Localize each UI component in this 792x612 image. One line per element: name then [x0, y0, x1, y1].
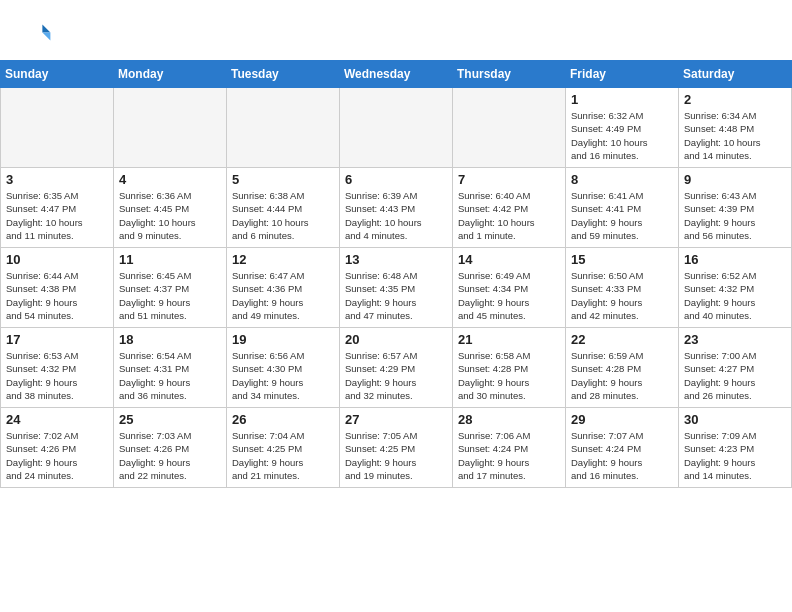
day-info: Sunrise: 6:52 AM Sunset: 4:32 PM Dayligh… [684, 269, 786, 322]
calendar-header-row: SundayMondayTuesdayWednesdayThursdayFrid… [1, 61, 792, 88]
day-info: Sunrise: 6:57 AM Sunset: 4:29 PM Dayligh… [345, 349, 447, 402]
day-info: Sunrise: 7:02 AM Sunset: 4:26 PM Dayligh… [6, 429, 108, 482]
day-info: Sunrise: 6:45 AM Sunset: 4:37 PM Dayligh… [119, 269, 221, 322]
day-number: 22 [571, 332, 673, 347]
header [0, 0, 792, 60]
calendar-cell: 2Sunrise: 6:34 AM Sunset: 4:48 PM Daylig… [679, 88, 792, 168]
calendar-cell: 5Sunrise: 6:38 AM Sunset: 4:44 PM Daylig… [227, 168, 340, 248]
calendar-cell: 23Sunrise: 7:00 AM Sunset: 4:27 PM Dayli… [679, 328, 792, 408]
calendar-cell: 26Sunrise: 7:04 AM Sunset: 4:25 PM Dayli… [227, 408, 340, 488]
calendar-header-monday: Monday [114, 61, 227, 88]
day-info: Sunrise: 6:53 AM Sunset: 4:32 PM Dayligh… [6, 349, 108, 402]
day-number: 2 [684, 92, 786, 107]
day-info: Sunrise: 6:32 AM Sunset: 4:49 PM Dayligh… [571, 109, 673, 162]
day-info: Sunrise: 6:59 AM Sunset: 4:28 PM Dayligh… [571, 349, 673, 402]
calendar-cell: 9Sunrise: 6:43 AM Sunset: 4:39 PM Daylig… [679, 168, 792, 248]
day-info: Sunrise: 6:56 AM Sunset: 4:30 PM Dayligh… [232, 349, 334, 402]
day-number: 13 [345, 252, 447, 267]
day-number: 26 [232, 412, 334, 427]
calendar-cell [453, 88, 566, 168]
day-info: Sunrise: 6:58 AM Sunset: 4:28 PM Dayligh… [458, 349, 560, 402]
day-info: Sunrise: 7:09 AM Sunset: 4:23 PM Dayligh… [684, 429, 786, 482]
day-number: 21 [458, 332, 560, 347]
calendar-header-tuesday: Tuesday [227, 61, 340, 88]
calendar-cell: 21Sunrise: 6:58 AM Sunset: 4:28 PM Dayli… [453, 328, 566, 408]
day-info: Sunrise: 7:06 AM Sunset: 4:24 PM Dayligh… [458, 429, 560, 482]
calendar-week-row: 1Sunrise: 6:32 AM Sunset: 4:49 PM Daylig… [1, 88, 792, 168]
day-number: 15 [571, 252, 673, 267]
day-number: 23 [684, 332, 786, 347]
calendar-header-friday: Friday [566, 61, 679, 88]
calendar-cell: 16Sunrise: 6:52 AM Sunset: 4:32 PM Dayli… [679, 248, 792, 328]
day-info: Sunrise: 6:43 AM Sunset: 4:39 PM Dayligh… [684, 189, 786, 242]
day-number: 12 [232, 252, 334, 267]
day-info: Sunrise: 6:39 AM Sunset: 4:43 PM Dayligh… [345, 189, 447, 242]
day-info: Sunrise: 6:38 AM Sunset: 4:44 PM Dayligh… [232, 189, 334, 242]
day-info: Sunrise: 6:41 AM Sunset: 4:41 PM Dayligh… [571, 189, 673, 242]
day-number: 11 [119, 252, 221, 267]
calendar-header-saturday: Saturday [679, 61, 792, 88]
day-number: 24 [6, 412, 108, 427]
calendar-cell: 19Sunrise: 6:56 AM Sunset: 4:30 PM Dayli… [227, 328, 340, 408]
day-info: Sunrise: 6:48 AM Sunset: 4:35 PM Dayligh… [345, 269, 447, 322]
calendar-cell: 24Sunrise: 7:02 AM Sunset: 4:26 PM Dayli… [1, 408, 114, 488]
day-info: Sunrise: 6:35 AM Sunset: 4:47 PM Dayligh… [6, 189, 108, 242]
day-info: Sunrise: 6:40 AM Sunset: 4:42 PM Dayligh… [458, 189, 560, 242]
calendar-cell: 10Sunrise: 6:44 AM Sunset: 4:38 PM Dayli… [1, 248, 114, 328]
day-number: 5 [232, 172, 334, 187]
day-number: 16 [684, 252, 786, 267]
day-number: 1 [571, 92, 673, 107]
calendar: SundayMondayTuesdayWednesdayThursdayFrid… [0, 60, 792, 488]
day-info: Sunrise: 6:34 AM Sunset: 4:48 PM Dayligh… [684, 109, 786, 162]
day-info: Sunrise: 6:36 AM Sunset: 4:45 PM Dayligh… [119, 189, 221, 242]
calendar-cell: 3Sunrise: 6:35 AM Sunset: 4:47 PM Daylig… [1, 168, 114, 248]
day-number: 28 [458, 412, 560, 427]
calendar-cell [1, 88, 114, 168]
calendar-week-row: 3Sunrise: 6:35 AM Sunset: 4:47 PM Daylig… [1, 168, 792, 248]
calendar-cell: 27Sunrise: 7:05 AM Sunset: 4:25 PM Dayli… [340, 408, 453, 488]
calendar-cell: 28Sunrise: 7:06 AM Sunset: 4:24 PM Dayli… [453, 408, 566, 488]
calendar-cell: 25Sunrise: 7:03 AM Sunset: 4:26 PM Dayli… [114, 408, 227, 488]
calendar-cell: 14Sunrise: 6:49 AM Sunset: 4:34 PM Dayli… [453, 248, 566, 328]
calendar-cell: 11Sunrise: 6:45 AM Sunset: 4:37 PM Dayli… [114, 248, 227, 328]
day-number: 10 [6, 252, 108, 267]
day-number: 17 [6, 332, 108, 347]
calendar-cell: 8Sunrise: 6:41 AM Sunset: 4:41 PM Daylig… [566, 168, 679, 248]
calendar-cell: 1Sunrise: 6:32 AM Sunset: 4:49 PM Daylig… [566, 88, 679, 168]
day-number: 8 [571, 172, 673, 187]
day-info: Sunrise: 6:49 AM Sunset: 4:34 PM Dayligh… [458, 269, 560, 322]
day-number: 7 [458, 172, 560, 187]
calendar-cell: 22Sunrise: 6:59 AM Sunset: 4:28 PM Dayli… [566, 328, 679, 408]
calendar-header-wednesday: Wednesday [340, 61, 453, 88]
day-number: 30 [684, 412, 786, 427]
calendar-cell [114, 88, 227, 168]
calendar-week-row: 10Sunrise: 6:44 AM Sunset: 4:38 PM Dayli… [1, 248, 792, 328]
calendar-cell [227, 88, 340, 168]
logo [20, 18, 56, 50]
day-number: 4 [119, 172, 221, 187]
day-number: 20 [345, 332, 447, 347]
calendar-week-row: 24Sunrise: 7:02 AM Sunset: 4:26 PM Dayli… [1, 408, 792, 488]
calendar-cell: 20Sunrise: 6:57 AM Sunset: 4:29 PM Dayli… [340, 328, 453, 408]
calendar-header-sunday: Sunday [1, 61, 114, 88]
day-number: 18 [119, 332, 221, 347]
calendar-cell: 17Sunrise: 6:53 AM Sunset: 4:32 PM Dayli… [1, 328, 114, 408]
day-info: Sunrise: 6:54 AM Sunset: 4:31 PM Dayligh… [119, 349, 221, 402]
calendar-header-thursday: Thursday [453, 61, 566, 88]
day-info: Sunrise: 7:03 AM Sunset: 4:26 PM Dayligh… [119, 429, 221, 482]
day-number: 29 [571, 412, 673, 427]
day-info: Sunrise: 6:44 AM Sunset: 4:38 PM Dayligh… [6, 269, 108, 322]
day-number: 3 [6, 172, 108, 187]
day-info: Sunrise: 7:07 AM Sunset: 4:24 PM Dayligh… [571, 429, 673, 482]
day-info: Sunrise: 7:05 AM Sunset: 4:25 PM Dayligh… [345, 429, 447, 482]
day-number: 25 [119, 412, 221, 427]
day-info: Sunrise: 7:00 AM Sunset: 4:27 PM Dayligh… [684, 349, 786, 402]
calendar-week-row: 17Sunrise: 6:53 AM Sunset: 4:32 PM Dayli… [1, 328, 792, 408]
day-info: Sunrise: 6:50 AM Sunset: 4:33 PM Dayligh… [571, 269, 673, 322]
calendar-cell: 6Sunrise: 6:39 AM Sunset: 4:43 PM Daylig… [340, 168, 453, 248]
general-blue-logo-icon [20, 18, 52, 50]
day-number: 14 [458, 252, 560, 267]
calendar-cell: 13Sunrise: 6:48 AM Sunset: 4:35 PM Dayli… [340, 248, 453, 328]
calendar-cell: 18Sunrise: 6:54 AM Sunset: 4:31 PM Dayli… [114, 328, 227, 408]
calendar-cell: 7Sunrise: 6:40 AM Sunset: 4:42 PM Daylig… [453, 168, 566, 248]
